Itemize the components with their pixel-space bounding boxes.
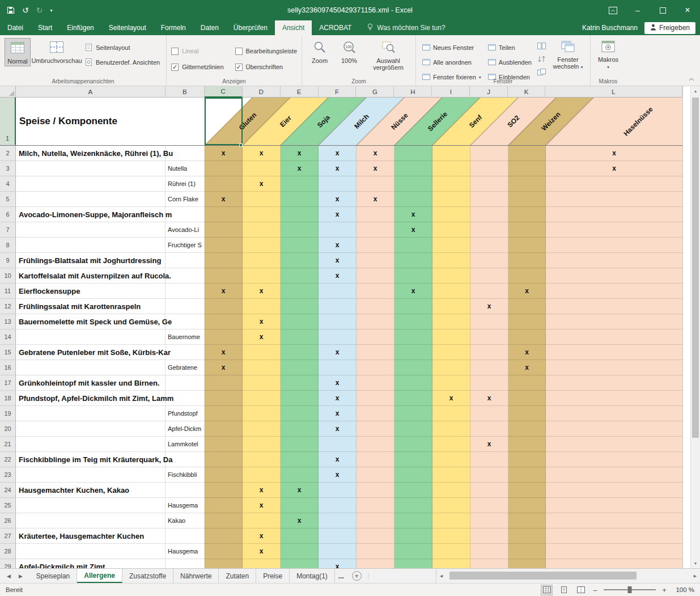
cell-F27[interactable]: [319, 529, 357, 544]
cell-L29[interactable]: [546, 559, 683, 568]
cell-I18[interactable]: x: [432, 391, 470, 406]
cell-C27[interactable]: [205, 529, 243, 544]
cell-F9[interactable]: x: [319, 253, 357, 268]
cell-H11[interactable]: x: [394, 284, 432, 299]
cell-J11[interactable]: [470, 284, 508, 299]
cell-K12[interactable]: [508, 299, 546, 314]
horizontal-scrollbar[interactable]: ◀ ▶: [436, 569, 700, 583]
cell-D29[interactable]: [243, 559, 281, 568]
cell-G10[interactable]: [357, 268, 394, 284]
cell-A3[interactable]: [16, 161, 166, 176]
cell-K27[interactable]: [508, 529, 546, 544]
cell-I14[interactable]: [432, 329, 470, 345]
cell-I15[interactable]: [432, 345, 470, 360]
cell-C4[interactable]: [205, 176, 243, 192]
cell-I22[interactable]: [432, 452, 470, 467]
cell-I17[interactable]: [432, 375, 470, 391]
cell-H4[interactable]: [394, 176, 432, 192]
cell-G4[interactable]: [357, 176, 394, 192]
view-side-by-side-icon[interactable]: [537, 41, 547, 50]
cell-A17[interactable]: Grünkohleintopf mit kassler und Birnen.: [16, 375, 166, 391]
cell-G22[interactable]: [357, 452, 394, 467]
cell-E6[interactable]: [281, 207, 319, 222]
cell-D3[interactable]: [243, 161, 281, 176]
cell-B25[interactable]: Hausgema: [166, 498, 205, 513]
cell-F5[interactable]: x: [319, 192, 357, 207]
cell-K8[interactable]: [508, 238, 546, 253]
row-header-20[interactable]: 20: [0, 421, 16, 437]
cell-E13[interactable]: [281, 314, 319, 329]
cell-A1-title[interactable]: Speise / Komponente: [16, 98, 205, 145]
cell-L21[interactable]: [546, 437, 683, 452]
ribbon-tab-formeln[interactable]: Formeln: [154, 20, 193, 35]
cell-K13[interactable]: [508, 314, 546, 329]
cell-C16[interactable]: x: [205, 360, 243, 375]
cell-L14[interactable]: [546, 329, 683, 345]
cell-K28[interactable]: [508, 544, 546, 559]
hide-button[interactable]: Ausblenden: [486, 56, 533, 69]
zoom-slider-thumb[interactable]: [628, 586, 632, 593]
cell-F7[interactable]: [319, 222, 357, 238]
cell-J4[interactable]: [470, 176, 508, 192]
cell-H26[interactable]: [394, 513, 432, 529]
zoom-100-button[interactable]: 100 100%: [336, 38, 362, 65]
horizontal-scroll-thumb[interactable]: [449, 572, 637, 580]
cell-E15[interactable]: [281, 345, 319, 360]
row-header-5[interactable]: 5: [0, 192, 16, 207]
row-header-14[interactable]: 14: [0, 329, 16, 345]
cell-A21[interactable]: [16, 437, 166, 452]
cell-F6[interactable]: x: [319, 207, 357, 222]
cell-I19[interactable]: [432, 406, 470, 421]
cell-E9[interactable]: [281, 253, 319, 268]
cell-K26[interactable]: [508, 513, 546, 529]
close-icon[interactable]: ×: [675, 0, 700, 20]
col-header-F[interactable]: F: [319, 86, 357, 98]
cell-J6[interactable]: [470, 207, 508, 222]
cell-D22[interactable]: [243, 452, 281, 467]
cell-D10[interactable]: [243, 268, 281, 284]
switch-windows-button[interactable]: Fenster wechseln ▾: [550, 38, 586, 71]
cell-J5[interactable]: [470, 192, 508, 207]
checkbox-gitternetzlinien[interactable]: ✓Gitternetzlinien: [171, 61, 223, 73]
undo-icon[interactable]: ↺: [22, 6, 29, 15]
cell-J27[interactable]: [470, 529, 508, 544]
cell-D27[interactable]: x: [243, 529, 281, 544]
cell-H7[interactable]: x: [394, 222, 432, 238]
row-header-13[interactable]: 13: [0, 314, 16, 329]
cell-D2[interactable]: x: [243, 146, 281, 161]
cell-K23[interactable]: [508, 467, 546, 483]
cell-H28[interactable]: [394, 544, 432, 559]
cell-K7[interactable]: [508, 222, 546, 238]
col-header-G[interactable]: G: [356, 86, 394, 98]
ribbon-tab-daten[interactable]: Daten: [193, 20, 226, 35]
col-header-I[interactable]: I: [432, 86, 470, 98]
cell-A7[interactable]: [16, 222, 166, 238]
cell-L26[interactable]: [546, 513, 683, 529]
page-break-preview-button[interactable]: Umbruchvorschau: [34, 38, 79, 65]
cell-D11[interactable]: x: [243, 284, 281, 299]
row-header-28[interactable]: 28: [0, 544, 16, 559]
cell-C9[interactable]: [205, 253, 243, 268]
normal-view-button[interactable]: Normal: [5, 38, 31, 66]
row-header-26[interactable]: 26: [0, 513, 16, 529]
cell-J23[interactable]: [470, 467, 508, 483]
cell-H20[interactable]: [394, 421, 432, 437]
cell-K10[interactable]: [508, 268, 546, 284]
vertical-scroll-thumb[interactable]: [692, 98, 699, 438]
cell-L22[interactable]: [546, 452, 683, 467]
cell-I28[interactable]: [432, 544, 470, 559]
synchronous-scrolling-icon[interactable]: [537, 54, 547, 64]
cell-E18[interactable]: [281, 391, 319, 406]
cell-E12[interactable]: [281, 299, 319, 314]
cell-H10[interactable]: [394, 268, 432, 284]
cell-J18[interactable]: x: [470, 391, 508, 406]
cell-F2[interactable]: x: [319, 146, 357, 161]
cell-C24[interactable]: [205, 483, 243, 498]
cell-A18[interactable]: Pfundstopf, Apfel-Dickmilch mit Zimt, La…: [16, 391, 166, 406]
cell-J8[interactable]: [470, 238, 508, 253]
cell-E21[interactable]: [281, 437, 319, 452]
cell-G13[interactable]: [357, 314, 394, 329]
cell-E8[interactable]: [281, 238, 319, 253]
cell-H21[interactable]: [394, 437, 432, 452]
normal-view-shortcut-icon[interactable]: [541, 585, 553, 595]
